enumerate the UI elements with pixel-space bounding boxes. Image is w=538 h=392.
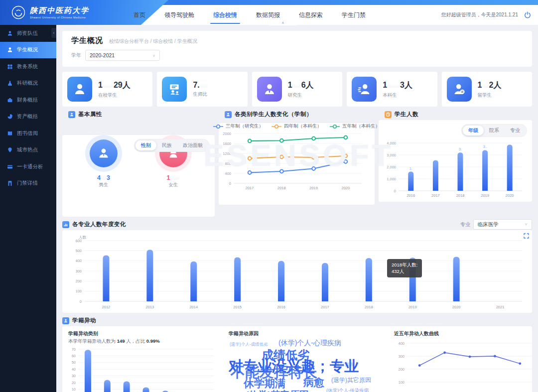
nav-item-综合校情[interactable]: 综合校情 (213, 11, 237, 19)
change-curve-title: 近五年异动人数曲线 (394, 330, 538, 337)
charts-row: 基本属性 性别民族政治面貌 43 男 (62, 107, 532, 217)
svg-text:2016: 2016 (406, 193, 415, 198)
wordcloud-term: (休学)个人-心理疾病 (278, 339, 341, 346)
tab-专业[interactable]: 专业 (505, 126, 526, 135)
personbadge-icon (447, 77, 472, 102)
stat-label: 研究生 (288, 92, 314, 99)
nav-item-信息探索[interactable]: 信息探索 (299, 11, 323, 19)
svg-text:2019: 2019 (408, 305, 417, 309)
student-count-chart[interactable]: 01,0002,0003,0004,00020161.201720183.201… (382, 136, 527, 199)
change-reason-panel: 学籍异动原因 (退学)个人-成绩低劣(休学)个人-心理疾病成绩低劣其它原因对专业… (229, 330, 389, 392)
change-reason-wordcloud[interactable]: (退学)个人-成绩低劣(休学)个人-心理疾病成绩低劣其它原因对专业没兴趣；专业不… (229, 339, 389, 392)
stat-label: 留学生 (478, 92, 502, 99)
stat-label: 本科生 (383, 92, 412, 99)
sidebar-item-教务系统[interactable]: 教务系统 (0, 58, 56, 75)
student-count-column: 学生人数 年级院系专业 01,0002,0003,0004,00020161.2… (379, 107, 532, 217)
svg-text:0: 0 (229, 181, 231, 186)
svg-text:0: 0 (394, 189, 396, 193)
app-root: 陕西中医药大学 Shaanxi University of Chinese Me… (0, 0, 538, 392)
major-trend-title: 各专业人数年度变化 (72, 221, 126, 228)
sidebar-item-科研概况[interactable]: 科研概况 (0, 75, 56, 92)
stat-card-在校学生: 129人在校学生 (62, 72, 152, 107)
sidebar-collapse-button[interactable]: ‹ (51, 28, 56, 38)
sidebar-item-门禁详情[interactable]: 门禁详情 (0, 175, 56, 192)
sidebar-item-一卡通分析[interactable]: 一卡通分析 (0, 158, 56, 175)
svg-text:2016: 2016 (277, 305, 285, 309)
svg-text:300: 300 (398, 354, 404, 359)
major-select[interactable]: 临床医学 ∨ (473, 219, 532, 230)
svg-text:500: 500 (75, 249, 82, 253)
breadcrumb: 校情综合分析平台 / 综合校情 / 学生概况 (109, 38, 197, 45)
legend-marker-icon (330, 124, 340, 129)
svg-text:1600: 1600 (223, 141, 231, 146)
wordcloud-term: (休学)个人-传染疾病 (326, 388, 369, 392)
svg-text:2014: 2014 (189, 305, 198, 309)
tab-性别[interactable]: 性别 (135, 140, 156, 150)
nav-item-数据简报[interactable]: 数据简报 (256, 11, 280, 19)
change-category-chart[interactable]: 010203040506070转专业休学退学继续休学 (68, 346, 218, 392)
nav-item-学生门禁[interactable]: 学生门禁 (342, 11, 366, 19)
change-category-title: 学籍异动类别 (68, 330, 224, 337)
status-change-icon (62, 317, 69, 324)
change-curve-chart[interactable]: 010020030040020162017201820192020 (394, 339, 538, 392)
basic-attr-icon (68, 111, 75, 118)
svg-text:50: 50 (72, 360, 76, 365)
svg-text:30: 30 (72, 374, 76, 378)
svg-text:2017: 2017 (321, 305, 329, 309)
svg-text:20: 20 (72, 381, 76, 385)
sidebar-item-资产概括[interactable]: 资产概括 (0, 109, 56, 126)
main-content: 学生概况 校情综合分析平台 / 综合校情 / 学生概况 学年 2020-2021… (56, 25, 538, 392)
stat-label: 在校学生 (98, 92, 131, 99)
sidebar-item-财务概括[interactable]: 财务概括 (0, 92, 56, 109)
svg-text:0: 0 (80, 299, 82, 304)
chevron-down-icon: ∨ (152, 53, 155, 57)
svg-text:4,000: 4,000 (387, 141, 396, 145)
svg-text:2015: 2015 (233, 305, 242, 309)
fullscreen-button[interactable] (524, 232, 529, 241)
wordcloud-term: (退学)其它原因 (331, 377, 371, 383)
svg-text:2020: 2020 (342, 186, 350, 190)
sidebar-item-师资队伍[interactable]: 师资队伍 (0, 25, 56, 42)
legend-item-三年制（研究生）[interactable]: 三年制（研究生） (213, 123, 264, 130)
page-header-card: 学生概况 校情综合分析平台 / 综合校情 / 学生概况 学年 2020-2021… (62, 31, 532, 67)
fullscreen-icon (524, 233, 529, 239)
male-icon (97, 147, 110, 160)
nav-item-首页[interactable]: 首页 (134, 11, 145, 19)
person-icon (67, 77, 92, 102)
stat-value: 12人 (478, 80, 502, 91)
major-trend-chart[interactable]: 0100200300400500600201220132014201520162… (65, 234, 528, 310)
sidebar-item-城市热点[interactable]: 城市热点 (0, 142, 56, 159)
sidebar-item-图书借阅[interactable]: 图书借阅 (0, 125, 56, 142)
svg-text:2020: 2020 (506, 193, 514, 198)
tab-政治面貌[interactable]: 政治面貌 (177, 140, 208, 150)
program-trend-chart[interactable]: 04008001200160020002017201820192020 (219, 130, 366, 191)
svg-text:2020: 2020 (452, 305, 461, 309)
stat-card-留学生: 12人留学生 (442, 72, 532, 107)
svg-text:100: 100 (398, 380, 404, 385)
tab-年级[interactable]: 年级 (463, 126, 484, 135)
svg-text:3.: 3. (459, 147, 462, 151)
svg-text:2017: 2017 (431, 193, 440, 198)
svg-text:3,000: 3,000 (387, 153, 396, 157)
legend-item-四年制（本科生）[interactable]: 四年制（本科生） (271, 123, 322, 130)
student-count-title: 学生人数 (395, 111, 418, 118)
tab-院系[interactable]: 院系 (484, 126, 505, 135)
user-greeting: 您好超级管理员，今天是2021.1.21 (441, 5, 519, 25)
year-select[interactable]: 2020-2021 ∨ (85, 50, 160, 61)
basic-attr-tabs: 性别民族政治面貌 (134, 139, 210, 152)
stat-value: 13人 (383, 80, 412, 91)
logout-button[interactable] (524, 5, 531, 25)
svg-text:400: 400 (398, 341, 404, 346)
sidebar-item-学生概况[interactable]: 学生概况 (0, 42, 56, 59)
change-category-subtitle: 本学年学籍异动人数为 149 人，占比 0.99% (68, 338, 224, 345)
legend-item-五年制（本科生）[interactable]: 五年制（本科生） (330, 123, 380, 130)
change-category-panel: 学籍异动类别 本学年学籍异动人数为 149 人，占比 0.99% 0102030… (68, 330, 224, 392)
case-icon (7, 97, 13, 103)
personlines-icon (352, 77, 377, 102)
svg-text:2018: 2018 (456, 193, 465, 198)
stat-cards: 129人在校学生7.生师比16人研究生13人本科生12人留学生 (62, 72, 532, 107)
svg-text:70: 70 (72, 347, 76, 352)
svg-text:800: 800 (225, 161, 231, 166)
tab-民族[interactable]: 民族 (156, 140, 177, 150)
nav-item-领导驾驶舱[interactable]: 领导驾驶舱 (164, 11, 194, 19)
